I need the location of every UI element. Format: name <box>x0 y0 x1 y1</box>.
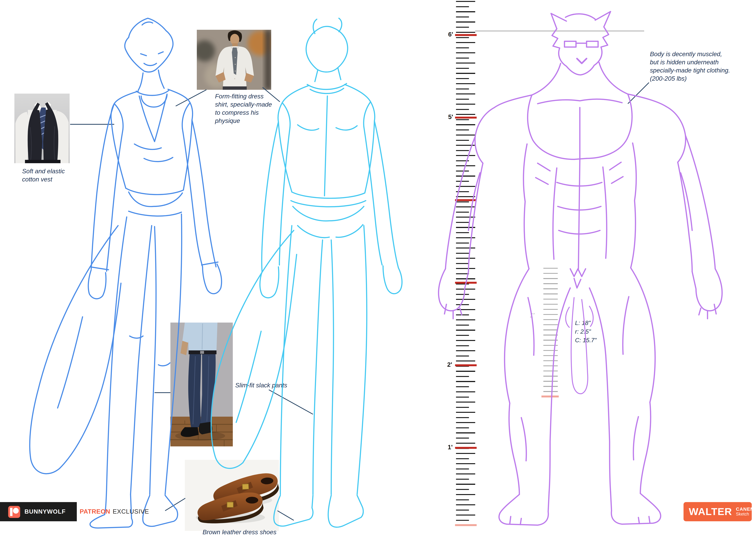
artist-badge: WALTER CANEM Sketch <box>684 502 752 521</box>
figure-back-sketch <box>211 18 402 527</box>
patreon-icon <box>8 506 20 518</box>
figure-front-sketch <box>30 18 222 528</box>
patreon-word: PATREON <box>80 508 110 515</box>
exclusive-word: EXCLUSIVE <box>113 508 149 515</box>
artist-sub-line2: Sketch <box>736 512 752 517</box>
figure-body-sketch <box>439 12 722 525</box>
patreon-banner: BUNNYWOLF <box>0 502 77 521</box>
artist-sub-line1: CANEM <box>736 507 752 512</box>
patreon-exclusive-label: PATREON EXCLUSIVE <box>80 508 149 515</box>
artist-name: WALTER <box>689 506 732 517</box>
character-reference-sheet: 6' 5' 2' 1' 1' Sof <box>0 0 752 560</box>
leader-lines <box>70 83 649 520</box>
brand-name: BUNNYWOLF <box>24 508 66 515</box>
artist-subtitle: CANEM Sketch <box>736 507 752 517</box>
sketch-overlay <box>0 0 752 560</box>
